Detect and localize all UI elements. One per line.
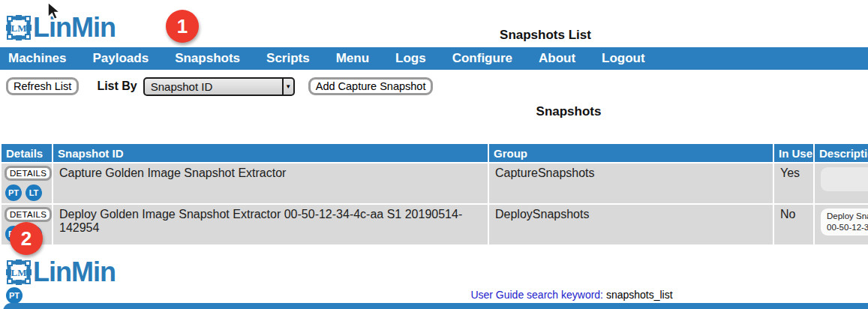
linmin-footer-logo-icon: LM — [6, 260, 32, 285]
list-by-label: List By — [97, 80, 137, 93]
description-line-2: 00-50-12-34- — [827, 222, 868, 233]
description-line-1: Deploy Sna — [827, 211, 868, 222]
nav-item-scripts[interactable]: Scripts — [266, 51, 310, 66]
add-capture-snapshot-button[interactable]: Add Capture Snapshot — [308, 77, 434, 95]
table-header-row: Details Snapshot ID Group In Use Descrip… — [2, 144, 868, 162]
col-header-group: Group — [489, 144, 773, 162]
snapshots-table: Details Snapshot ID Group In Use Descrip… — [0, 142, 868, 246]
bottom-bar — [3, 303, 868, 309]
nav-item-logout[interactable]: Logout — [602, 51, 645, 66]
description-cell-row2: Deploy Sna 00-50-12-34- — [815, 205, 868, 244]
snapshot-id-cell-row1: Capture Golden Image Snapshot Extractor — [53, 164, 488, 203]
col-header-description: Description — [815, 144, 868, 162]
page-title: Snapshots List — [0, 28, 868, 43]
linmin-footer-logo[interactable]: LM LinMin — [6, 260, 116, 285]
details-button-row1[interactable]: DETAILS — [5, 166, 52, 181]
snapshot-id-cell-row2: Deploy Golden Image Snapshot Extractor 0… — [53, 205, 488, 244]
refresh-list-button[interactable]: Refresh List — [6, 77, 79, 95]
main-nav: Machines Payloads Snapshots Scripts Menu… — [0, 47, 868, 70]
group-cell-row2: DeploySnapshots — [489, 205, 773, 244]
table-row: DETAILS PT LT Deploy Golden Image Snapsh… — [2, 205, 868, 244]
list-by-selected-value: Snapshot ID — [151, 80, 213, 93]
annotation-circle-2: 2 — [10, 222, 43, 255]
svg-text:LM: LM — [11, 267, 27, 278]
annotation-circle-1: 1 — [166, 10, 199, 43]
linmin-footer-logo-text: LinMin — [33, 260, 116, 285]
pt-badge-row1[interactable]: PT — [5, 184, 22, 201]
description-box-row2: Deploy Sna 00-50-12-34- — [821, 208, 868, 236]
in-use-cell-row2: No — [774, 205, 813, 244]
nav-item-menu[interactable]: Menu — [336, 51, 369, 66]
details-button-row2[interactable]: DETAILS — [5, 207, 52, 222]
col-header-in-use: In Use — [774, 144, 813, 162]
mouse-cursor-icon — [47, 2, 63, 21]
nav-item-configure[interactable]: Configure — [452, 51, 512, 66]
nav-item-snapshots[interactable]: Snapshots — [175, 51, 240, 66]
lt-badge-row1[interactable]: LT — [26, 184, 42, 201]
col-header-snapshot-id: Snapshot ID — [53, 144, 488, 162]
chevron-down-icon: ▼ — [282, 79, 293, 94]
description-cell-row1 — [815, 164, 868, 203]
in-use-cell-row1: Yes — [774, 164, 813, 203]
nav-item-about[interactable]: About — [539, 51, 575, 66]
user-guide-link[interactable]: User Guide search keyword: — [470, 289, 603, 301]
description-box-row1 — [821, 167, 868, 191]
annotation-2-number: 2 — [21, 227, 32, 250]
user-guide-keyword: snapshots_list — [606, 289, 673, 301]
nav-item-payloads[interactable]: Payloads — [92, 51, 149, 66]
col-header-details: Details — [2, 144, 52, 162]
list-by-select[interactable]: Snapshot ID ▼ — [143, 77, 295, 96]
nav-item-logs[interactable]: Logs — [395, 51, 426, 66]
table-row: DETAILS PT LT Capture Golden Image Snaps… — [2, 164, 868, 203]
user-guide-line: User Guide search keyword: snapshots_lis… — [0, 289, 868, 301]
group-cell-row1: CaptureSnapshots — [489, 164, 773, 203]
annotation-1-number: 1 — [177, 15, 188, 38]
nav-item-machines[interactable]: Machines — [8, 51, 66, 66]
snapshots-heading: Snapshots — [0, 104, 868, 119]
toolbar: Refresh List List By Snapshot ID ▼ Add C… — [6, 76, 433, 97]
